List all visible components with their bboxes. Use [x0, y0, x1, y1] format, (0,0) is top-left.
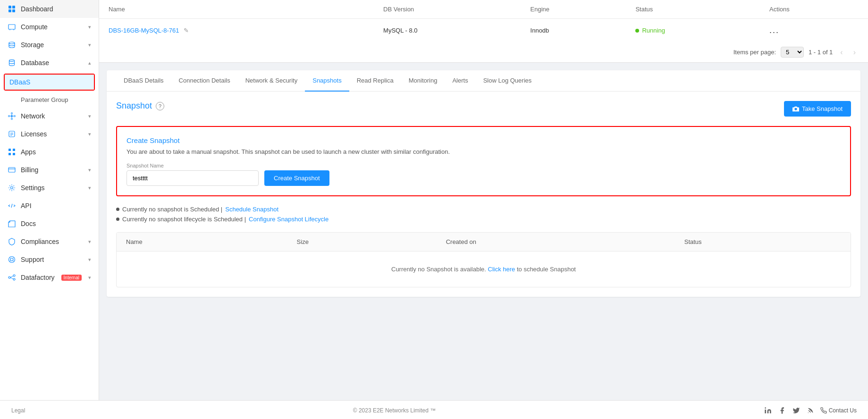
network-icon: [8, 112, 16, 120]
svg-line-43: [10, 277, 13, 279]
svg-rect-22: [8, 149, 11, 151]
sidebar-item-compliances[interactable]: Compliances ▾: [0, 233, 99, 251]
sidebar-item-label: Parameter Group: [21, 96, 68, 103]
tab-read-replica[interactable]: Read Replica: [349, 70, 401, 92]
snapshot-table: Name Size Created on Status Currently no…: [117, 233, 851, 287]
chevron-down-icon: ▾: [88, 24, 91, 30]
tab-network-security[interactable]: Network & Security: [238, 70, 305, 92]
click-here-link[interactable]: Click here: [488, 266, 515, 273]
pagination-next-button[interactable]: ›: [851, 47, 859, 58]
contact-us-link[interactable]: Contact Us: [820, 407, 857, 414]
twitter-icon[interactable]: [792, 406, 801, 415]
sidebar-item-label: Compute: [21, 23, 48, 31]
apps-icon: [8, 148, 16, 156]
chevron-down-icon: ▾: [88, 239, 91, 245]
storage-icon: [8, 41, 16, 49]
col-status: Status: [626, 0, 760, 19]
sidebar-item-compute[interactable]: Compute ▾: [0, 18, 99, 36]
tab-slow-log-queries[interactable]: Slow Log Queries: [476, 70, 539, 92]
sidebar-item-label: Network: [21, 112, 45, 120]
schedule-snapshot-link[interactable]: Schedule Snapshot: [225, 206, 278, 213]
tab-alerts[interactable]: Alerts: [445, 70, 475, 92]
configure-lifecycle-link[interactable]: Configure Snapshot Lifecycle: [249, 216, 329, 223]
database-icon: [8, 59, 16, 67]
sidebar-item-billing[interactable]: Billing ▾: [0, 161, 99, 179]
sidebar-item-docs[interactable]: Docs: [0, 215, 99, 233]
db-name-cell: DBS-16GB-MySQL-8-761 ✎: [99, 19, 374, 42]
svg-line-42: [10, 276, 13, 277]
db-name-link[interactable]: DBS-16GB-MySQL-8-761: [109, 27, 179, 34]
sidebar-item-label: Settings: [21, 184, 45, 192]
edit-icon[interactable]: ✎: [184, 27, 189, 34]
svg-rect-23: [13, 149, 15, 151]
schedule-text-1: Currently no snapshot is Scheduled |: [122, 206, 222, 213]
snap-col-status: Status: [675, 233, 851, 251]
chevron-down-icon: ▾: [88, 131, 91, 137]
sidebar-item-network[interactable]: Network ▾: [0, 107, 99, 125]
rss-icon[interactable]: [806, 406, 815, 415]
db-table: Name DB Version Engine Status Actions DB…: [99, 0, 868, 42]
main-content: Name DB Version Engine Status Actions DB…: [99, 0, 868, 400]
tab-connection-details[interactable]: Connection Details: [171, 70, 238, 92]
svg-rect-2: [8, 9, 11, 12]
sidebar-item-dbaas[interactable]: DBaaS: [5, 75, 94, 90]
svg-rect-25: [13, 153, 15, 155]
sidebar-item-licenses[interactable]: Licenses ▾: [0, 125, 99, 143]
sidebar-item-label: Licenses: [21, 130, 47, 138]
engine-cell: Innodb: [521, 19, 626, 42]
svg-point-28: [11, 187, 13, 189]
linkedin-icon[interactable]: [764, 406, 772, 415]
svg-rect-26: [8, 168, 15, 172]
items-per-page-select[interactable]: 5 10 20: [781, 47, 804, 58]
sidebar-item-dashboard[interactable]: Dashboard: [0, 0, 99, 18]
actions-menu-button[interactable]: ...: [769, 25, 779, 35]
tab-dbaas-details[interactable]: DBaaS Details: [116, 70, 171, 92]
chevron-down-icon: ▾: [88, 113, 91, 119]
sidebar: Dashboard Compute ▾ Storage ▾ Database ▴: [0, 0, 99, 400]
chevron-down-icon: ▾: [88, 257, 91, 263]
sidebar-item-support[interactable]: Support ▾: [0, 251, 99, 268]
sidebar-item-storage[interactable]: Storage ▾: [0, 36, 99, 54]
chevron-down-icon: ▾: [88, 42, 91, 48]
facebook-icon[interactable]: [778, 406, 786, 415]
camera-icon: [792, 106, 799, 112]
sidebar-item-apps[interactable]: Apps: [0, 143, 99, 161]
pagination-prev-button[interactable]: ‹: [837, 47, 845, 58]
snapshot-name-input[interactable]: [126, 170, 259, 186]
sidebar-item-datafactory[interactable]: Datafactory Internal ▾: [0, 268, 99, 286]
svg-point-40: [13, 275, 15, 277]
sidebar-item-label: Billing: [21, 166, 38, 174]
chevron-down-icon: ▾: [88, 275, 91, 281]
svg-rect-1: [12, 6, 15, 8]
sidebar-item-label: Compliances: [21, 238, 59, 245]
svg-point-10: [11, 113, 13, 114]
sidebar-item-settings[interactable]: Settings ▾: [0, 179, 99, 197]
docs-icon: [8, 219, 16, 228]
col-actions: Actions: [760, 0, 868, 19]
actions-cell: ...: [760, 19, 868, 42]
sidebar-item-database[interactable]: Database ▴: [0, 54, 99, 72]
col-db-version: DB Version: [374, 0, 521, 19]
sidebar-item-api[interactable]: API: [0, 197, 99, 215]
schedule-info: Currently no snapshot is Scheduled | Sch…: [116, 206, 851, 223]
footer: Legal © 2023 E2E Networks Limited ™ Cont…: [0, 400, 868, 419]
svg-rect-24: [8, 153, 11, 155]
sidebar-item-parameter-group[interactable]: Parameter Group: [0, 92, 99, 107]
snap-col-created: Created on: [437, 233, 675, 251]
svg-point-41: [13, 278, 15, 280]
tab-snapshots[interactable]: Snapshots: [305, 70, 349, 92]
tab-monitoring[interactable]: Monitoring: [401, 70, 445, 92]
snapshot-empty-text: Currently no Snapshot is available.: [391, 266, 486, 273]
help-icon[interactable]: ?: [156, 102, 164, 110]
detail-section: DBaaS Details Connection Details Network…: [107, 70, 860, 297]
chevron-down-icon: ▾: [88, 185, 91, 191]
sidebar-dbaas-box: DBaaS: [4, 74, 95, 91]
sidebar-item-label: DBaaS: [9, 78, 30, 86]
tabs-bar: DBaaS Details Connection Details Network…: [107, 70, 860, 92]
svg-point-44: [808, 412, 808, 413]
take-snapshot-button[interactable]: Take Snapshot: [784, 101, 851, 117]
chevron-down-icon: ▾: [88, 167, 91, 173]
create-snapshot-button[interactable]: Create Snapshot: [264, 170, 329, 186]
sidebar-item-label: Datafactory: [21, 274, 55, 281]
snapshots-panel: Snapshot ? Take Snapshot Create Snapshot…: [107, 92, 860, 297]
